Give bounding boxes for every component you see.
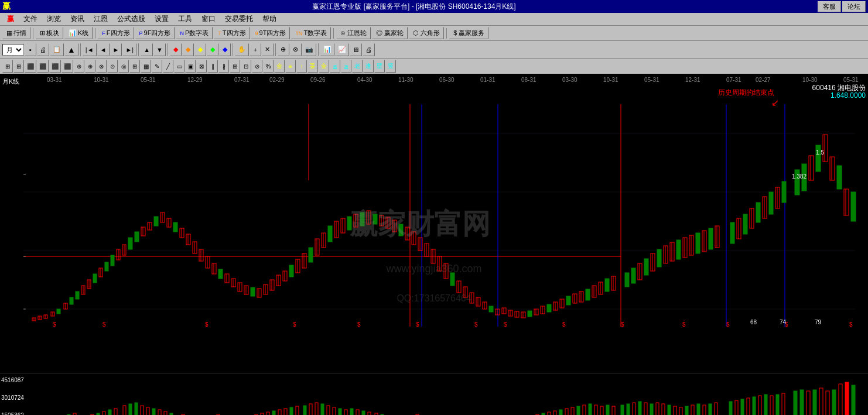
service-button[interactable]: 客服 — [818, 1, 841, 12]
svg-rect-208 — [586, 289, 590, 300]
draw-btn-23[interactable]: ⊘ — [252, 60, 262, 73]
draw-btn-12[interactable]: ⊞ — [129, 60, 140, 73]
draw-btn-27[interactable]: ↑ — [296, 60, 307, 73]
draw-btn-26[interactable]: ≡ — [285, 60, 296, 73]
btn-circle-plus[interactable]: ⊕ — [278, 43, 289, 56]
draw-btn-4[interactable]: ⬛ — [37, 60, 49, 73]
draw-btn-10[interactable]: ⊙ — [107, 60, 118, 73]
btn-tnumtable[interactable]: TNT数字表 — [291, 27, 331, 39]
btn-hexagon[interactable]: ⬡ 六角形 — [409, 27, 444, 39]
menu-help[interactable]: 帮助 — [258, 13, 281, 25]
svg-text:03-31: 03-31 — [47, 77, 62, 83]
menu-settings[interactable]: 设置 — [150, 13, 173, 25]
menu-browse[interactable]: 浏览 — [42, 13, 66, 25]
draw-btn-14[interactable]: ✎ — [152, 60, 162, 73]
btn-copy[interactable]: 📋 — [50, 43, 64, 56]
draw-btn-1[interactable]: ⊞ — [2, 60, 13, 73]
svg-rect-150 — [399, 224, 403, 236]
draw-btn-31[interactable]: ≧ — [341, 60, 351, 73]
draw-btn-17[interactable]: ▣ — [185, 60, 196, 73]
draw-btn-6[interactable]: ⬛ — [61, 60, 73, 73]
draw-btn-16[interactable]: ▭ — [174, 60, 184, 73]
svg-rect-220 — [631, 268, 635, 283]
btn-diamond2[interactable]: ◆ — [182, 43, 194, 56]
draw-btn-8[interactable]: ⊕ — [85, 60, 95, 73]
btn-table[interactable]: 📊 — [320, 43, 334, 56]
draw-btn-15[interactable]: ╱ — [163, 60, 173, 73]
btn-yingservice[interactable]: $ 赢家服务 — [449, 27, 488, 39]
btn-camera[interactable]: 📷 — [302, 43, 316, 56]
svg-rect-66 — [128, 238, 132, 249]
svg-text:$: $ — [53, 321, 56, 328]
btn-f4[interactable]: FF四方形 — [98, 27, 134, 39]
btn-down[interactable]: ▼ — [153, 43, 166, 56]
btn-next[interactable]: ► — [110, 43, 122, 56]
btn-prev-prev[interactable]: |◄ — [83, 43, 97, 56]
btn-9f4[interactable]: P9F四方形 — [135, 27, 175, 39]
btn-decrease[interactable]: ▲ — [64, 43, 78, 56]
draw-btn-29[interactable]: 金 — [319, 60, 329, 73]
draw-btn-13[interactable]: ▦ — [141, 60, 151, 73]
chart-area[interactable]: 赢家财富网 www.yingjia360.com QQ:17316576464 … — [0, 75, 868, 373]
svg-rect-94 — [218, 269, 223, 279]
btn-up[interactable]: ▲ — [141, 43, 153, 56]
draw-btn-32[interactable]: 老 — [352, 60, 363, 73]
btn-monitor[interactable]: 🖥 — [350, 43, 362, 56]
draw-btn-30[interactable]: ≦ — [330, 60, 340, 73]
draw-btn-22[interactable]: ⊡ — [241, 60, 251, 73]
menu-tools[interactable]: 工具 — [173, 13, 197, 25]
draw-btn-3[interactable]: ⬛ — [25, 60, 36, 73]
draw-btn-11[interactable]: ◎ — [118, 60, 129, 73]
draw-btn-18[interactable]: ⊠ — [196, 60, 207, 73]
btn-chart-type[interactable]: 📈 — [335, 43, 349, 56]
draw-btn-19[interactable]: ∥ — [207, 60, 218, 73]
svg-rect-228 — [657, 249, 661, 267]
draw-btn-2[interactable]: ⊞ — [13, 60, 24, 73]
menu-trading[interactable]: 交易委托 — [220, 13, 258, 25]
period-select[interactable]: 月 周 日 — [2, 44, 24, 56]
draw-btn-25[interactable]: 金 — [274, 60, 285, 73]
menu-window[interactable]: 窗口 — [197, 13, 220, 25]
btn-quotes[interactable]: ▦行情 — [2, 27, 30, 39]
btn-t4[interactable]: TT四方形 — [214, 27, 250, 39]
menu-file[interactable]: 文件 — [19, 13, 42, 25]
draw-btn-20[interactable]: ∦ — [218, 60, 229, 73]
btn-print-icon[interactable]: 🖨 — [37, 43, 49, 56]
draw-btn-24[interactable]: % — [263, 60, 274, 73]
draw-btn-35[interactable]: 竖 — [385, 60, 396, 73]
btn-sector[interactable]: ⊞板块 — [36, 27, 63, 39]
svg-rect-142 — [373, 214, 377, 224]
draw-btn-33[interactable]: 逢 — [363, 60, 374, 73]
btn-diamond4[interactable]: ◆ — [207, 43, 218, 56]
btn-numtable[interactable]: NP数字表 — [176, 27, 213, 39]
btn-next-next[interactable]: ►| — [122, 43, 136, 56]
btn-jieenwheel[interactable]: ⊙ 江恩轮 — [336, 27, 371, 39]
menu-jiangen[interactable]: 江恩 — [89, 13, 112, 25]
btn-nav-1[interactable]: ▪ — [25, 43, 36, 56]
draw-btn-9[interactable]: ⊗ — [96, 60, 107, 73]
draw-btn-21[interactable]: ⊞ — [230, 60, 240, 73]
btn-diamond5[interactable]: ◆ — [219, 43, 231, 56]
btn-hand[interactable]: ✋ — [235, 43, 249, 56]
btn-diamond3[interactable]: ◆ — [194, 43, 206, 56]
draw-btn-34[interactable]: 壁 — [374, 60, 385, 73]
btn-prev[interactable]: ◄ — [97, 43, 110, 56]
btn-9t4[interactable]: 99T四方形 — [251, 27, 291, 39]
draw-btn-28[interactable]: 妥 — [307, 60, 318, 73]
btn-circle-x[interactable]: ⊗ — [290, 43, 302, 56]
draw-btn-7[interactable]: ⊛ — [74, 60, 84, 73]
btn-print[interactable]: 🖨 — [363, 43, 375, 56]
menu-formula[interactable]: 公式选股 — [112, 13, 150, 25]
btn-diamond1[interactable]: ◆ — [170, 43, 182, 56]
menu-info[interactable]: 资讯 — [66, 13, 89, 25]
forum-button[interactable]: 论坛 — [842, 1, 866, 12]
btn-kline[interactable]: 📊K线 — [64, 27, 93, 39]
btn-yingwheel[interactable]: ◎ 赢家轮 — [372, 27, 408, 39]
svg-text:$: $ — [293, 321, 296, 328]
svg-text:$: $ — [357, 321, 361, 328]
btn-cross[interactable]: + — [250, 43, 261, 56]
draw-btn-5[interactable]: ⬛ — [49, 60, 61, 73]
svg-text:12-31: 12-31 — [685, 77, 700, 83]
btn-x[interactable]: ✕ — [262, 43, 274, 56]
menu-ying[interactable]: 赢 — [2, 13, 19, 25]
